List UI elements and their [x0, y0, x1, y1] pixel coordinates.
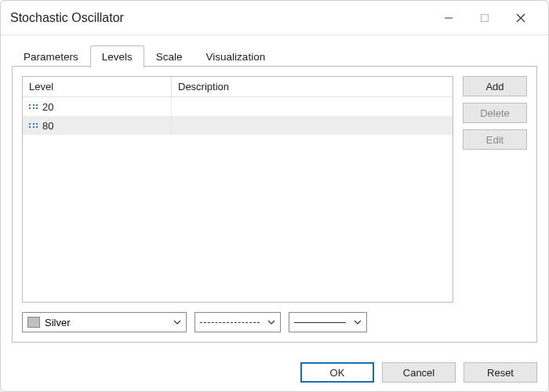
minimize-button[interactable]: [431, 6, 467, 30]
cell-level: 80: [23, 116, 172, 135]
table-row[interactable]: 80: [23, 116, 453, 135]
chevron-down-icon: [267, 320, 275, 325]
tab-bar: Parameters Levels Scale Visualization: [12, 43, 537, 67]
line-solid-icon: [294, 322, 346, 323]
minimize-icon: [444, 13, 453, 23]
column-header-description[interactable]: Description: [172, 77, 453, 96]
tab-levels[interactable]: Levels: [90, 45, 144, 67]
line-width-select[interactable]: [289, 312, 367, 332]
table-header: Level Description: [23, 77, 453, 97]
level-value: 80: [42, 120, 53, 132]
titlebar: Stochastic Oscillator: [1, 1, 548, 35]
svg-rect-1: [482, 14, 489, 21]
dialog-footer: OK Cancel Reset: [1, 354, 548, 391]
table-row[interactable]: 20: [23, 97, 453, 116]
side-buttons: Add Delete Edit: [463, 76, 527, 303]
table-body: 20 80: [23, 97, 453, 302]
level-style-icon: [29, 123, 38, 127]
reset-button[interactable]: Reset: [464, 362, 537, 383]
cancel-button[interactable]: Cancel: [382, 362, 456, 383]
dialog-content: Parameters Levels Scale Visualization Le…: [1, 35, 548, 354]
color-swatch-icon: [27, 317, 40, 328]
cell-level: 20: [23, 97, 172, 116]
dialog-window: Stochastic Oscillator Parameters Levels …: [0, 0, 549, 392]
window-title: Stochastic Oscillator: [10, 11, 431, 25]
edit-button[interactable]: Edit: [463, 129, 527, 150]
chevron-down-icon: [354, 320, 362, 325]
maximize-icon: [480, 13, 489, 23]
level-style-icon: [29, 104, 38, 108]
tab-parameters[interactable]: Parameters: [12, 45, 90, 67]
tab-scale[interactable]: Scale: [144, 45, 195, 67]
maximize-button[interactable]: [467, 6, 503, 30]
levels-table: Level Description 20: [22, 76, 453, 303]
delete-button[interactable]: Delete: [463, 103, 527, 123]
close-icon: [516, 13, 525, 23]
line-style-select[interactable]: [195, 312, 281, 332]
ok-button[interactable]: OK: [300, 362, 374, 383]
levels-panel-top: Level Description 20: [22, 76, 527, 303]
add-button[interactable]: Add: [463, 76, 527, 96]
tab-visualization[interactable]: Visualization: [195, 45, 278, 67]
close-button[interactable]: [503, 6, 539, 30]
color-name: Silver: [45, 317, 71, 328]
style-controls: Silver: [22, 312, 527, 332]
column-header-level[interactable]: Level: [23, 77, 172, 96]
level-value: 20: [42, 101, 53, 113]
line-dash-icon: [200, 322, 260, 323]
color-select[interactable]: Silver: [22, 312, 187, 332]
tab-panel-levels: Level Description 20: [12, 66, 537, 343]
chevron-down-icon: [173, 320, 181, 325]
